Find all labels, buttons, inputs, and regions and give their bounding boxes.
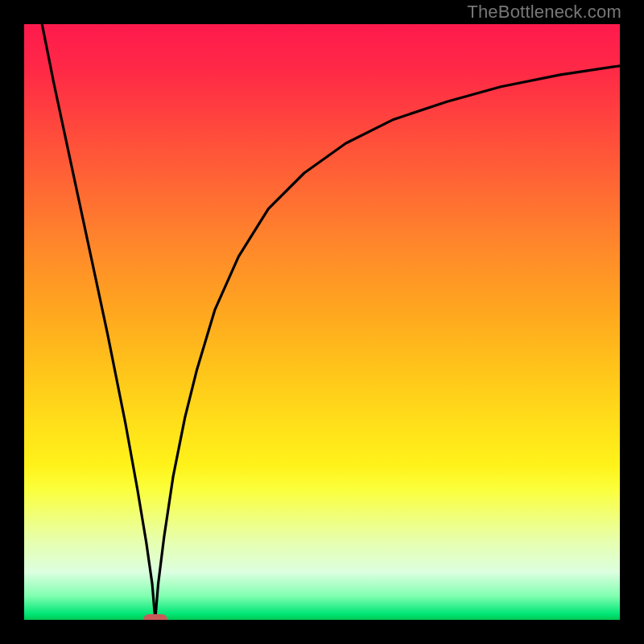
- minimum-marker: [143, 614, 167, 620]
- chart-container: TheBottleneck.com: [0, 0, 644, 644]
- plot-area: [24, 24, 620, 620]
- watermark-text: TheBottleneck.com: [467, 2, 621, 23]
- bottleneck-curve: [24, 24, 620, 620]
